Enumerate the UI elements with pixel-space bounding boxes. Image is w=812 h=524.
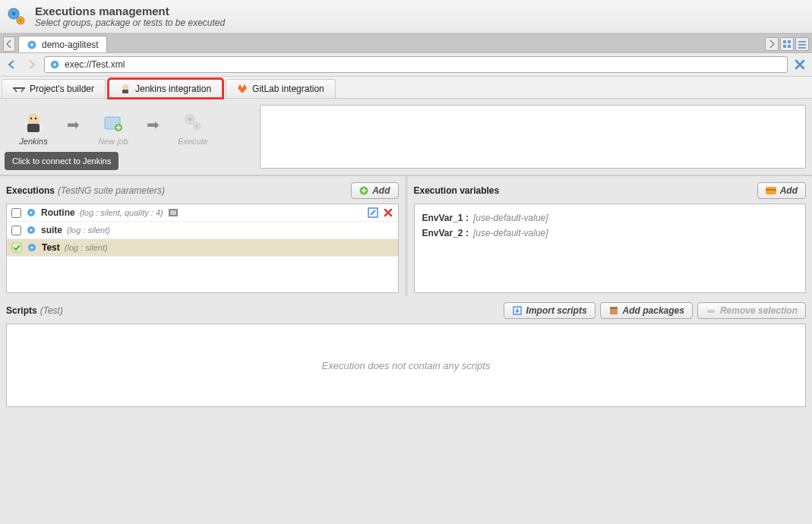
nav-forward[interactable] (24, 57, 39, 72)
svg-rect-10 (798, 41, 806, 43)
svg-point-35 (30, 229, 33, 232)
svg-point-18 (27, 113, 39, 125)
delete-icon[interactable] (383, 207, 393, 218)
tab-jenkins-integration[interactable]: Jenkins integration (109, 79, 223, 98)
svg-rect-8 (783, 45, 786, 48)
svg-point-21 (35, 118, 37, 120)
nav-back[interactable] (5, 57, 20, 72)
svg-rect-15 (13, 87, 25, 89)
svg-point-3 (19, 19, 21, 21)
tabs-scroll-left[interactable] (3, 36, 15, 52)
gears-icon (180, 109, 206, 135)
erase-icon (706, 305, 716, 316)
wf-step-execute[interactable]: Execute (170, 109, 216, 146)
svg-rect-36 (12, 243, 21, 252)
jenkins-icon (21, 109, 46, 135)
svg-point-14 (53, 63, 55, 65)
app-header: Executions management Select groups, pac… (0, 0, 812, 33)
execution-row[interactable]: suite (log : silent) (7, 222, 398, 239)
svg-rect-43 (610, 307, 618, 309)
add-variable-button[interactable]: Add (757, 182, 806, 199)
executions-title: Executions(TestNG suite parameters) (6, 185, 165, 196)
wf-step-newjob[interactable]: New job (90, 109, 136, 146)
scripts-section: Scripts(Test) Import scripts Add package… (0, 296, 812, 413)
gear-icon (26, 225, 36, 235)
arrow-icon: ➡ (147, 109, 160, 134)
tab-label: demo-agilitest (42, 39, 99, 50)
tabs-scroll-right[interactable] (765, 37, 779, 51)
svg-rect-12 (798, 47, 806, 49)
svg-rect-40 (766, 189, 776, 191)
gear-icon (26, 207, 36, 218)
svg-point-27 (196, 125, 198, 128)
svg-rect-11 (798, 44, 806, 46)
add-packages-button[interactable]: Add packages (600, 302, 693, 319)
gear-icon (49, 59, 60, 70)
url-text: exec://Test.xml (65, 59, 125, 70)
jenkins-icon (120, 84, 131, 94)
svg-rect-9 (788, 45, 791, 48)
check-icon (11, 242, 22, 253)
preview-box (260, 105, 806, 169)
close-icon[interactable] (792, 57, 807, 72)
variable-row[interactable]: EnvVar_2 : [use-default-value] (422, 226, 798, 241)
card-icon (766, 186, 776, 195)
gitlab-icon (237, 84, 248, 94)
import-icon (512, 305, 523, 316)
row-checkbox[interactable] (11, 226, 21, 235)
svg-point-5 (30, 43, 33, 46)
gear-icon (27, 39, 37, 50)
remove-selection-button[interactable]: Remove selection (697, 302, 806, 319)
svg-point-30 (30, 212, 33, 214)
list-view-icon[interactable] (795, 37, 809, 51)
nav-bar: exec://Test.xml (0, 53, 812, 77)
svg-point-38 (31, 247, 33, 249)
svg-rect-42 (610, 308, 618, 314)
svg-point-1 (12, 11, 16, 15)
film-icon (168, 207, 179, 218)
page-title: Executions management (35, 5, 225, 17)
svg-rect-19 (27, 124, 39, 132)
import-scripts-button[interactable]: Import scripts (504, 302, 596, 319)
variable-list: EnvVar_1 : [use-default-value] EnvVar_2 … (414, 204, 807, 293)
scripts-empty-box: Execution does not contain any scripts (6, 324, 806, 407)
arrow-icon: ➡ (67, 109, 80, 134)
tile-view-icon[interactable] (780, 37, 794, 51)
variables-panel: Execution variables Add EnvVar_1 : [use-… (405, 176, 813, 296)
svg-rect-7 (788, 40, 791, 43)
edit-icon[interactable] (368, 207, 378, 218)
row-checkbox[interactable] (11, 208, 21, 218)
svg-rect-17 (122, 90, 128, 93)
scripts-title: Scripts(Test) (6, 305, 63, 316)
svg-point-25 (188, 118, 191, 121)
execution-row[interactable]: Test (log : silent) (7, 239, 398, 257)
package-icon (608, 305, 619, 316)
tab-gitlab-integration[interactable]: GitLab integration (226, 79, 336, 98)
package-add-icon (100, 109, 126, 135)
execution-row[interactable]: Routine (log : silent, quality : 4) (7, 204, 398, 222)
tab-demo-agilitest[interactable]: demo-agilitest (18, 36, 107, 52)
svg-point-16 (122, 84, 128, 90)
svg-rect-44 (707, 310, 715, 313)
app-icon (6, 6, 27, 27)
variables-title: Execution variables (414, 185, 500, 196)
workflow-area: Jenkins ➡ New job ➡ Execute Click to con… (0, 99, 812, 175)
add-execution-button[interactable]: Add (351, 182, 398, 199)
url-field[interactable]: exec://Test.xml (44, 56, 788, 73)
tab-projects-builder[interactable]: Project's builder (2, 79, 106, 98)
plus-icon (359, 186, 368, 195)
integration-subtabs: Project's builder Jenkins integration Gi… (0, 77, 812, 99)
page-subtitle: Select groups, package or tests to be ex… (35, 17, 225, 28)
variable-row[interactable]: EnvVar_1 : [use-default-value] (422, 210, 798, 226)
wf-step-jenkins[interactable]: Jenkins (11, 109, 56, 146)
scripts-empty-text: Execution does not contain any scripts (322, 360, 491, 371)
svg-point-20 (30, 118, 33, 120)
gear-icon (27, 242, 37, 253)
executions-panel: Executions(TestNG suite parameters) Add … (0, 176, 405, 296)
builder-icon (13, 84, 25, 93)
workflow-steps: Jenkins ➡ New job ➡ Execute Click to con… (6, 105, 220, 169)
tab-bar: demo-agilitest (0, 33, 812, 53)
svg-rect-6 (783, 40, 786, 43)
svg-rect-32 (170, 210, 176, 215)
execution-list: Routine (log : silent, quality : 4) suit… (6, 204, 399, 293)
